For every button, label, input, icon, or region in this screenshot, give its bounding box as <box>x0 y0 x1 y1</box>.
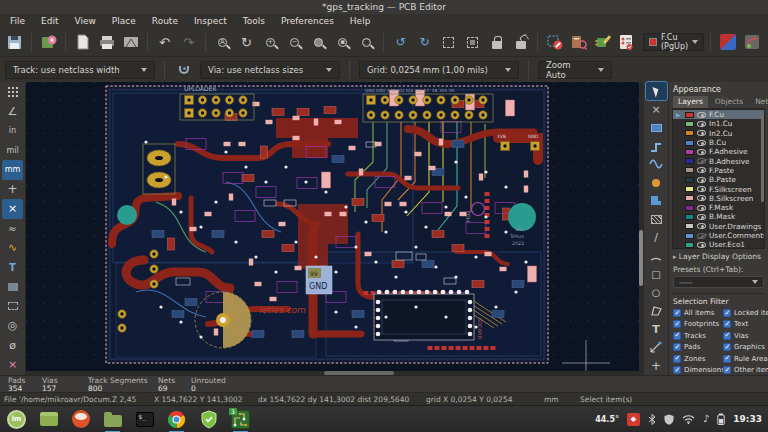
layer-color-swatch[interactable] <box>685 167 694 173</box>
layer-color-swatch[interactable] <box>685 186 694 192</box>
layer-color-swatch[interactable] <box>685 149 694 155</box>
terminal-button[interactable]: $_ <box>134 409 155 430</box>
menu-place[interactable]: Place <box>104 14 144 28</box>
wifi-icon[interactable] <box>682 414 695 424</box>
tab-nets[interactable]: Nets <box>750 96 768 108</box>
layer-color-swatch[interactable] <box>685 158 694 164</box>
visibility-eye-icon[interactable] <box>697 186 706 192</box>
zoom-in-button[interactable]: + <box>260 32 281 53</box>
menu-preferences[interactable]: Preferences <box>273 14 342 28</box>
visibility-eye-icon[interactable] <box>697 149 706 155</box>
software-manager-button[interactable] <box>38 409 59 430</box>
zoom-dropdown[interactable]: Zoom Auto <box>538 61 612 79</box>
temperature-reading[interactable]: 44.5° <box>595 415 619 424</box>
print-button[interactable] <box>96 32 117 53</box>
curved-ratsnest-icon[interactable]: ≈ <box>2 219 23 239</box>
visibility-eye-icon[interactable] <box>697 167 706 173</box>
layer-row-user-drawings[interactable]: User.Drawings <box>673 222 764 231</box>
units-mm-button[interactable]: mm <box>2 160 23 180</box>
highlight-net-tool[interactable]: × <box>646 100 667 118</box>
draw-polygon-tool[interactable] <box>646 302 667 320</box>
battery-icon[interactable] <box>717 413 725 425</box>
footprint-editor-button[interactable] <box>592 32 613 53</box>
layer-selector-dropdown[interactable]: F.Cu (PgUp) <box>643 33 704 51</box>
filter-vias[interactable]: Vias <box>723 332 768 340</box>
via-size-button[interactable] <box>174 60 194 80</box>
mint-menu-button[interactable]: lm <box>6 409 27 430</box>
layer-row-f-cu[interactable]: ▶F.Cu <box>673 110 764 119</box>
rotate-ccw-button[interactable]: ↺ <box>390 32 411 53</box>
layer-row-b-adhesive[interactable]: B.Adhesive <box>673 156 764 165</box>
filter-text[interactable]: Text <box>723 320 768 328</box>
grid-dropdown[interactable]: Grid: 0,0254 mm (1,00 mils) <box>359 61 519 79</box>
visibility-eye-icon[interactable] <box>697 158 706 164</box>
menu-inspect[interactable]: Inspect <box>186 14 235 28</box>
visibility-eye-icon[interactable] <box>697 214 706 220</box>
high-contrast-button[interactable] <box>717 32 738 53</box>
kicad-taskbar-button[interactable]: 3 <box>230 409 251 430</box>
layer-list-scrollbar[interactable] <box>761 114 764 202</box>
visibility-eye-icon[interactable] <box>697 233 706 239</box>
layer-row-b-silkscreen[interactable]: B.Silkscreen <box>673 194 764 203</box>
menu-edit[interactable]: Edit <box>33 14 66 28</box>
unlock-button[interactable] <box>510 32 531 53</box>
vertical-scrollbar[interactable] <box>639 82 643 375</box>
menu-view[interactable]: View <box>67 14 104 28</box>
filter-footprints[interactable]: Footprints <box>673 320 723 328</box>
track-width-dropdown[interactable]: Track: use netclass width <box>5 61 155 79</box>
flip-board-button[interactable] <box>741 32 762 53</box>
via-size-dropdown[interactable]: Via: use netclass sizes <box>200 61 340 79</box>
filter-tracks[interactable]: Tracks <box>673 332 723 340</box>
ungroup-button[interactable] <box>462 32 483 53</box>
draw-arc-tool[interactable] <box>646 247 667 265</box>
add-zone-tool[interactable] <box>646 192 667 210</box>
zone-fill-display-icon[interactable] <box>2 277 23 297</box>
undo-button[interactable]: ↶ <box>154 32 175 53</box>
group-button[interactable] <box>438 32 459 53</box>
layer-row-f-adhesive[interactable]: F.Adhesive <box>673 147 764 156</box>
add-rule-area-tool[interactable] <box>646 210 667 228</box>
horizontal-scrollbar-thumb[interactable] <box>324 371 394 375</box>
layer-row-b-cu[interactable]: B.Cu <box>673 138 764 147</box>
zoom-out-button[interactable]: − <box>284 32 305 53</box>
polar-coordinates-icon[interactable]: ∠ <box>2 102 23 122</box>
layer-color-swatch[interactable] <box>685 130 694 136</box>
layer-color-swatch[interactable] <box>685 112 694 118</box>
layer-display-options[interactable]: Layer Display Options <box>672 249 765 263</box>
presets-dropdown[interactable]: ----- <box>673 276 764 288</box>
file-manager-button[interactable] <box>102 409 123 430</box>
plot-button[interactable] <box>120 32 141 53</box>
visibility-eye-icon[interactable] <box>697 195 706 201</box>
layer-row-b-mask[interactable]: B.Mask <box>673 212 764 221</box>
select-tool[interactable] <box>646 82 667 100</box>
visibility-eye-icon[interactable] <box>697 140 706 146</box>
draw-line-tool[interactable]: / <box>646 228 667 246</box>
layer-row-in1-cu[interactable]: In1.Cu <box>673 119 764 128</box>
layer-color-swatch[interactable] <box>685 233 694 239</box>
orange-app-button[interactable] <box>70 409 91 430</box>
layer-color-swatch[interactable] <box>685 121 694 127</box>
menu-tools[interactable]: Tools <box>235 14 273 28</box>
antivirus-button[interactable] <box>198 409 219 430</box>
clock[interactable]: 19:33 <box>733 414 762 424</box>
net-inspector-icon[interactable]: T <box>2 258 23 278</box>
board-setup-button[interactable] <box>38 32 59 53</box>
tab-layers[interactable]: Layers <box>673 96 708 108</box>
filter-zones[interactable]: Zones <box>673 355 723 363</box>
drc-button[interactable] <box>616 32 637 53</box>
footprint-library-button[interactable] <box>568 32 589 53</box>
filter-graphics[interactable]: Graphics <box>723 343 768 351</box>
track-sketch-mode-icon[interactable]: × <box>2 355 23 375</box>
zone-outline-display-icon[interactable] <box>2 297 23 317</box>
chrome-button[interactable] <box>166 409 187 430</box>
find-button[interactable]: A <box>212 32 233 53</box>
tab-objects[interactable]: Objects <box>710 96 748 108</box>
security-shield-icon[interactable] <box>664 414 674 425</box>
measure-tool[interactable] <box>646 338 667 356</box>
set-origin-tool[interactable]: + <box>646 356 667 374</box>
layer-row-user-eco1[interactable]: User.Eco1 <box>673 240 764 249</box>
update-pcb-button[interactable] <box>544 32 565 53</box>
layer-row-in2-cu[interactable]: In2.Cu <box>673 129 764 138</box>
visibility-eye-icon[interactable] <box>697 223 706 229</box>
ratsnest-visibility-icon[interactable]: × <box>2 199 23 219</box>
